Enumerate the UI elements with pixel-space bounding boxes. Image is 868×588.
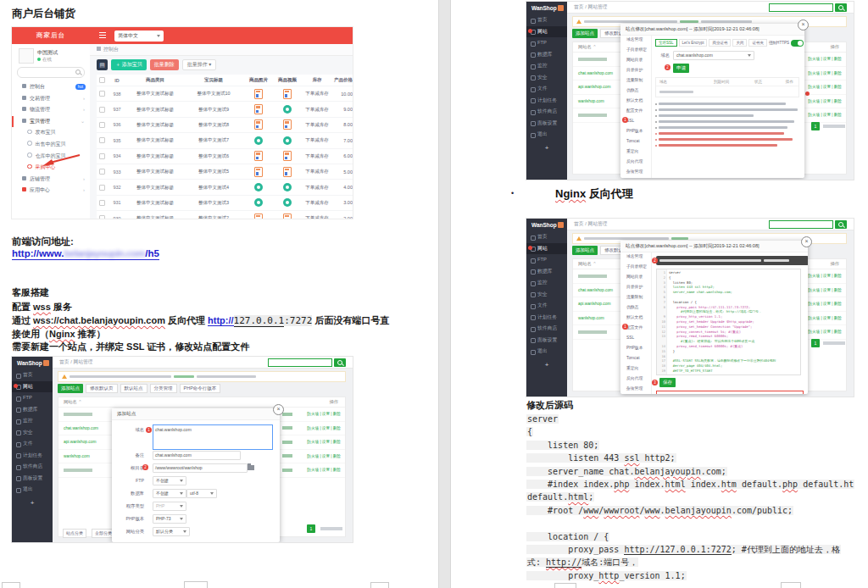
- site-name-link[interactable]: chat.wanlshop.com: [64, 426, 98, 430]
- dialog-tab[interactable]: 默认文档: [620, 96, 651, 106]
- bt-sidebar-item[interactable]: 退出: [526, 346, 567, 358]
- dialog-tab[interactable]: 重定向: [620, 363, 651, 374]
- cat-select[interactable]: 默认分类: [153, 527, 190, 536]
- close-icon[interactable]: [801, 236, 812, 247]
- grid-icon-button[interactable]: ▤: [97, 59, 108, 70]
- batch-delete-button[interactable]: 批量删除: [150, 59, 179, 70]
- bt-sidebar-item[interactable]: 计划任务: [526, 312, 567, 324]
- dialog-tab[interactable]: PHP版本: [620, 343, 651, 353]
- save-button[interactable]: 保存: [659, 378, 676, 387]
- bt-sidebar-item[interactable]: 文件: [526, 83, 567, 95]
- add-site-button[interactable]: 添加站点: [572, 246, 598, 255]
- site-row-actions[interactable]: 防火墙 | 设置 | 删除: [307, 426, 341, 430]
- dialog-tab[interactable]: 流量限制: [620, 75, 651, 86]
- site-row-actions[interactable]: 防火墙 | 设置 | 删除: [808, 330, 842, 334]
- category-manage-button[interactable]: 分类管理: [150, 384, 177, 393]
- dialog-tab[interactable]: 域名管理: [620, 35, 651, 45]
- ssl-tab[interactable]: 商业证书: [709, 39, 731, 47]
- site-row-actions[interactable]: 防火墙 | 设置 | 删除: [808, 113, 842, 117]
- dialog-tab[interactable]: 伪静态: [620, 86, 651, 96]
- bt-sidebar-item[interactable]: 文件: [12, 438, 53, 450]
- add-item-button[interactable]: ＋ 添加宝贝: [111, 59, 147, 70]
- sidebar-menu-item[interactable]: 交易管理 ›: [12, 93, 90, 105]
- bt-sidebar-item[interactable]: 网站: [12, 381, 53, 393]
- sidebar-menu-item[interactable]: 物流管理 ›: [12, 104, 90, 116]
- ssl-tab[interactable]: 证书夹: [748, 39, 767, 47]
- site-row-actions[interactable]: 防火墙 | 设置 | 删除: [808, 302, 842, 306]
- apply-button[interactable]: 申请: [673, 64, 689, 73]
- dialog-tab[interactable]: 网站目录: [620, 272, 651, 282]
- row-checkbox[interactable]: [99, 153, 105, 159]
- site-row-actions[interactable]: 防火墙 | 设置 | 删除: [307, 468, 341, 472]
- dialog-tab[interactable]: 配置文件: [620, 106, 651, 116]
- bt-sidebar-item[interactable]: FTP: [526, 254, 567, 266]
- bt-sidebar-item[interactable]: FTP: [12, 392, 53, 404]
- close-icon[interactable]: [273, 404, 284, 415]
- dialog-tab[interactable]: PHP版本: [620, 126, 651, 136]
- pagination-current[interactable]: 1: [811, 339, 820, 347]
- bt-search-button[interactable]: [835, 220, 847, 229]
- bt-search-input[interactable]: [769, 220, 833, 229]
- site-name-link[interactable]: chat.wanlshop.com: [578, 71, 613, 75]
- site-row-actions[interactable]: 防火墙 | 设置 | 删除: [808, 99, 842, 103]
- bt-sidebar-item[interactable]: FTP: [526, 37, 567, 49]
- dialog-tab[interactable]: 伪静态: [620, 302, 651, 313]
- note-input[interactable]: chat.wanlshop.com: [153, 451, 241, 460]
- sidebar-menu-item[interactable]: 应用中心 ›: [12, 185, 90, 197]
- site-name-link[interactable]: wanlshop.com: [64, 454, 90, 458]
- bt-sidebar-item[interactable]: 安全: [526, 289, 567, 301]
- domain-textarea[interactable]: chat.wanlshop.com: [153, 424, 273, 450]
- ftp-select[interactable]: 不创建: [153, 476, 186, 485]
- add-site-button[interactable]: 添加站点: [58, 384, 83, 393]
- bt-sidebar-item[interactable]: 软件商店: [526, 106, 567, 118]
- ssl-tab[interactable]: Let's Encrypt: [679, 39, 708, 47]
- site-row-actions[interactable]: 防火墙 | 设置 | 删除: [808, 316, 842, 320]
- bt-sidebar-item[interactable]: 软件商店: [12, 461, 53, 473]
- pagination-current[interactable]: 1: [811, 122, 820, 130]
- row-checkbox[interactable]: [99, 107, 105, 113]
- bt-sidebar-item[interactable]: 退出: [526, 129, 567, 141]
- sidebar-search-input[interactable]: [17, 67, 85, 78]
- bt-plus-button[interactable]: +: [526, 361, 567, 369]
- site-name-link[interactable]: wanlshop.com: [578, 316, 604, 320]
- bt-sidebar-item[interactable]: 计划任务: [526, 95, 567, 107]
- bt-sidebar-item[interactable]: 网站: [526, 26, 567, 38]
- dialog-tab[interactable]: 默认文档: [620, 313, 651, 323]
- site-row-actions[interactable]: 防火墙 | 设置 | 删除: [808, 274, 842, 278]
- dialog-tab[interactable]: 域名管理: [620, 252, 651, 262]
- bt-sidebar-item[interactable]: 首页: [12, 369, 53, 381]
- site-row-actions[interactable]: 防火墙 | 设置 | 删除: [307, 440, 341, 444]
- bt-sidebar-item[interactable]: 数据库: [526, 266, 567, 278]
- php-cli-button[interactable]: PHP命令行版本: [180, 384, 221, 393]
- ssl-domain-select[interactable]: chat.wanlshop.com: [673, 51, 754, 60]
- frontend-link[interactable]: http://www.belanjayoupin.com/h5: [12, 248, 159, 260]
- bt-sidebar-item[interactable]: 计划任务: [12, 450, 53, 462]
- bt-sidebar-item[interactable]: 面板设置: [526, 335, 567, 347]
- row-checkbox[interactable]: [99, 200, 105, 206]
- row-checkbox[interactable]: [99, 169, 105, 175]
- bt-sidebar-item[interactable]: 监控: [12, 415, 53, 427]
- bt-sidebar-item[interactable]: 软件商店: [526, 323, 567, 335]
- dialog-tab[interactable]: 流量限制: [620, 292, 651, 302]
- type-select[interactable]: PHP: [153, 502, 186, 511]
- ssl-tab[interactable]: 宝塔SSL: [655, 39, 677, 47]
- select-all-checkbox[interactable]: [99, 77, 105, 83]
- sidebar-menu-item[interactable]: 店铺管理 ›: [12, 174, 90, 186]
- bt-search-input[interactable]: [769, 3, 833, 12]
- php-select[interactable]: PHP-73: [153, 514, 186, 524]
- site-row-actions[interactable]: 防火墙 | 设置 | 删除: [808, 71, 842, 75]
- bt-sidebar-item[interactable]: 面板设置: [526, 118, 567, 130]
- site-row-actions[interactable]: 防火墙 | 设置 | 删除: [307, 412, 341, 416]
- row-checkbox[interactable]: [99, 137, 105, 143]
- row-checkbox[interactable]: [99, 185, 105, 191]
- bt-sidebar-item[interactable]: 面板设置: [12, 473, 53, 485]
- bt-search-button[interactable]: [835, 3, 847, 12]
- dialog-tab[interactable]: Tomcat: [620, 136, 651, 147]
- hamburger-icon[interactable]: [99, 32, 106, 33]
- dialog-tab[interactable]: 杂项管理: [620, 167, 651, 177]
- dialog-tab[interactable]: 目录保护: [620, 282, 651, 292]
- add-site-button[interactable]: 添加站点: [572, 29, 598, 38]
- language-select[interactable]: 简体中文: [114, 31, 164, 42]
- bt-sidebar-item[interactable]: 安全: [526, 72, 567, 84]
- dialog-tab[interactable]: Tomcat: [620, 353, 651, 363]
